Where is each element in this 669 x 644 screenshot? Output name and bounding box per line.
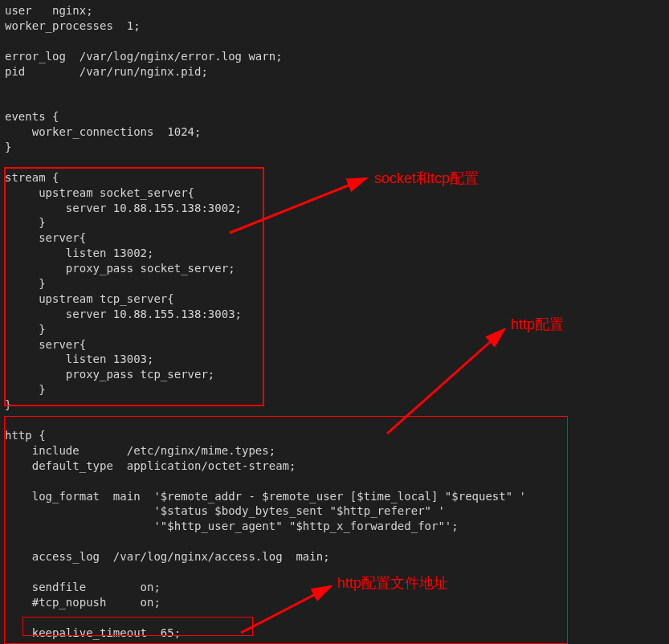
nginx-config-code: user nginx; worker_processes 1; error_lo… — [0, 0, 669, 644]
